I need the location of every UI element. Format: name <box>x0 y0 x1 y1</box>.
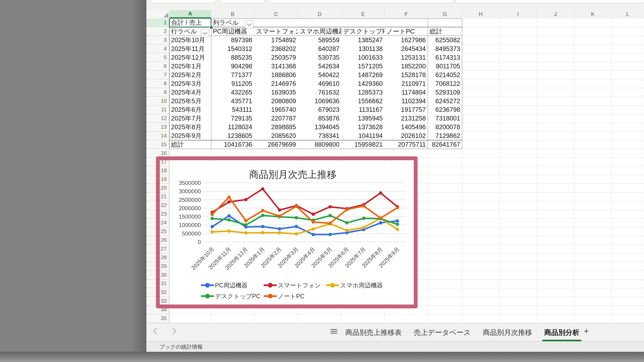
pivot-value-cell[interactable]: 897398 <box>211 36 254 44</box>
add-sheet-button[interactable]: + <box>582 327 590 335</box>
select-all-corner[interactable] <box>146 10 170 18</box>
pivot-row-label[interactable]: 2025年3月 <box>170 79 211 88</box>
pivot-value-cell[interactable]: 7318001 <box>428 114 462 123</box>
pivot-value-cell[interactable]: 885235 <box>211 53 254 62</box>
pivot-column-header[interactable]: スマホ周辺機器 <box>298 27 342 36</box>
sheet-list-icon[interactable] <box>330 328 337 334</box>
pivot-value-cell[interactable]: 8495373 <box>428 44 462 53</box>
column-header-D[interactable]: D <box>298 10 342 18</box>
pivot-value-cell[interactable]: 432265 <box>211 88 254 97</box>
row-header-11[interactable]: 11 <box>146 105 170 114</box>
pivot-value-cell[interactable]: 469610 <box>298 79 342 88</box>
column-header-F[interactable]: F <box>385 10 428 18</box>
pivot-row-label[interactable]: 2025年11月 <box>170 44 211 53</box>
pivot-grand-total-cell[interactable]: 15959821 <box>342 140 385 149</box>
pivot-value-cell[interactable]: 6255082 <box>428 36 462 44</box>
pivot-value-cell[interactable]: 1069636 <box>298 97 342 105</box>
pivot-value-cell[interactable]: 1253131 <box>385 53 428 62</box>
pivot-grand-total-cell[interactable]: 8809800 <box>298 140 342 149</box>
pivot-value-cell[interactable]: 2085620 <box>254 132 298 140</box>
pivot-value-cell[interactable]: 589559 <box>298 36 342 44</box>
column-header-C[interactable]: C <box>254 10 298 18</box>
column-header-J[interactable]: J <box>537 10 574 18</box>
row-header-8[interactable]: 8 <box>146 79 170 88</box>
row-header-9[interactable]: 9 <box>146 88 170 97</box>
pivot-row-label[interactable]: 2025年4月 <box>170 88 211 97</box>
pivot-value-cell[interactable]: 1001633 <box>342 53 385 62</box>
pivot-value-cell[interactable]: 1395945 <box>342 114 385 123</box>
row-header-7[interactable]: 7 <box>146 70 170 79</box>
sheet-tab-商品別分析[interactable]: 商品別分析 <box>543 328 580 337</box>
pivot-value-cell[interactable]: 1886806 <box>254 70 298 79</box>
pivot-value-cell[interactable]: 7068122 <box>428 79 462 88</box>
pivot-row-label[interactable]: 2025年8月 <box>170 123 211 132</box>
column-header-L[interactable]: L <box>612 10 644 18</box>
column-header-G[interactable]: G <box>428 10 462 18</box>
pivot-value-cell[interactable]: 1128024 <box>211 123 254 132</box>
pivot-value-cell[interactable]: 640287 <box>298 44 342 53</box>
pivot-value-cell[interactable]: 530735 <box>298 53 342 62</box>
row-header-6[interactable]: 6 <box>146 62 170 71</box>
pivot-value-cell[interactable]: 679023 <box>298 105 342 114</box>
column-header-K[interactable]: K <box>574 10 612 18</box>
pivot-row-label[interactable]: 2025年9月 <box>170 132 211 140</box>
column-header-H[interactable]: H <box>462 10 500 18</box>
row-header-5[interactable]: 5 <box>146 53 170 62</box>
pivot-value-cell[interactable]: 540422 <box>298 70 342 79</box>
row-header-2[interactable]: 2 <box>146 27 170 36</box>
pivot-value-cell[interactable]: 1639035 <box>254 88 298 97</box>
pivot-value-cell[interactable]: 1754892 <box>254 36 298 44</box>
pivot-value-cell[interactable]: 1965740 <box>254 105 298 114</box>
pivot-value-cell[interactable]: 3141368 <box>254 62 298 71</box>
pivot-value-cell[interactable]: 2503579 <box>254 53 298 62</box>
pivot-value-cell[interactable]: 6174313 <box>428 53 462 62</box>
pivot-grand-total-cell[interactable]: 10416736 <box>211 140 254 149</box>
pivot-value-cell[interactable]: 1394045 <box>298 123 342 132</box>
row-header-14[interactable]: 14 <box>146 132 170 140</box>
workbook-stats-button[interactable]: ブックの統計情報 <box>159 343 203 351</box>
pivot-row-label[interactable]: 2025年6月 <box>170 105 211 114</box>
pivot-value-cell[interactable]: 729135 <box>211 114 254 123</box>
next-sheet-icon[interactable] <box>170 328 176 334</box>
pivot-column-header[interactable]: デスクトップPC <box>342 27 385 36</box>
column-header-E[interactable]: E <box>342 10 385 18</box>
pivot-value-cell[interactable]: 1131167 <box>342 105 385 114</box>
pivot-value-cell[interactable]: 1429360 <box>342 79 385 88</box>
pivot-value-cell[interactable]: 2898885 <box>254 123 298 132</box>
column-header-B[interactable]: B <box>211 10 254 18</box>
pivot-value-cell[interactable]: 2080809 <box>254 97 298 105</box>
pivot-value-cell[interactable]: 1174804 <box>385 88 428 97</box>
pivot-value-cell[interactable]: 1285373 <box>342 88 385 97</box>
pivot-value-cell[interactable]: 6236798 <box>428 105 462 114</box>
row-header-13[interactable]: 13 <box>146 123 170 132</box>
pivot-row-label[interactable]: 2025年7月 <box>170 114 211 123</box>
pivot-grand-total-cell[interactable]: 20775711 <box>385 140 428 149</box>
pivot-grand-total-cell[interactable]: 82641767 <box>428 140 462 149</box>
sales-line-chart[interactable]: 商品別月次売上推移0500000100000015000002000000250… <box>170 165 412 304</box>
row-header-12[interactable]: 12 <box>146 114 170 123</box>
pivot-value-cell[interactable]: 1238605 <box>211 132 254 140</box>
sheet-tab-売上データベース[interactable]: 売上データベース <box>413 328 472 337</box>
pivot-grand-total-label[interactable]: 総計 <box>170 140 211 149</box>
row-header-1[interactable]: 1 <box>146 18 170 27</box>
pivot-value-cell[interactable]: 761632 <box>298 88 342 97</box>
pivot-value-cell[interactable]: 911205 <box>211 79 254 88</box>
pivot-value-cell[interactable]: 6214052 <box>428 70 462 79</box>
pivot-column-header[interactable]: スマートフォン <box>254 27 298 36</box>
pivot-value-cell[interactable]: 1852200 <box>385 62 428 71</box>
pivot-value-cell[interactable]: 2026102 <box>385 132 428 140</box>
pivot-column-header[interactable]: 総計 <box>428 27 462 36</box>
pivot-value-cell[interactable]: 738341 <box>298 132 342 140</box>
pivot-value-cell[interactable]: 2368202 <box>254 44 298 53</box>
pivot-value-cell[interactable]: 6245272 <box>428 97 462 105</box>
pivot-value-cell[interactable]: 2207787 <box>254 114 298 123</box>
row-header-35[interactable]: 35 <box>146 314 170 323</box>
pivot-value-cell[interactable]: 1917757 <box>385 105 428 114</box>
pivot-value-cell[interactable]: 8011705 <box>428 62 462 71</box>
pivot-value-cell[interactable]: 1041194 <box>342 132 385 140</box>
pivot-value-cell[interactable]: 1487269 <box>342 70 385 79</box>
pivot-value-cell[interactable]: 1540312 <box>211 44 254 53</box>
row-header-10[interactable]: 10 <box>146 97 170 105</box>
pivot-value-cell[interactable]: 435771 <box>211 97 254 105</box>
pivot-value-cell[interactable]: 1571205 <box>342 62 385 71</box>
